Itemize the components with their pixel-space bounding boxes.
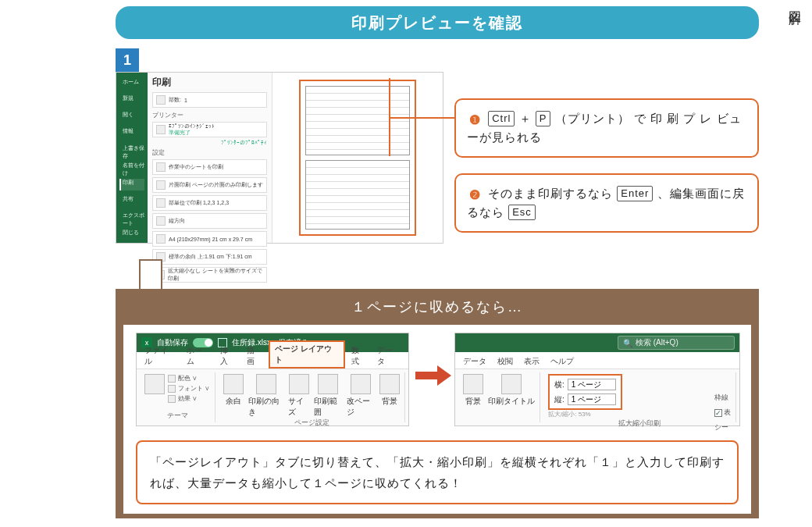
btn-background-r[interactable]: 背景 (463, 374, 483, 407)
kbd-p: P (536, 111, 551, 126)
height-label: 縦: (554, 394, 564, 405)
size-icon (289, 374, 309, 394)
panel-inner: x 自動保存 住所録.xlsx • 保存済み ∨ ファイル ホーム 挿入 描画 … (123, 325, 751, 514)
themes-icon[interactable] (144, 374, 165, 394)
ribbon-right-tools: 背景 印刷タイトル 横: 縦: (455, 369, 739, 426)
nav-share[interactable]: 共有 (119, 195, 144, 207)
effects-dropdown[interactable]: 効果 ∨ (168, 394, 210, 403)
nav-save[interactable]: 上書き保存 (119, 144, 144, 157)
copies-value[interactable]: 1 (184, 98, 187, 103)
autosave-toggle[interactable] (193, 338, 213, 347)
lbl-breaks: 改ページ (347, 396, 375, 418)
kbd-esc: Esc (508, 205, 536, 220)
breaks-icon (351, 374, 371, 394)
ribbon-right: 🔍 検索 (Alt+Q) データ 校閲 表示 ヘルプ 背景 印刷タイトル (454, 333, 740, 426)
excel-print-settings: 印刷 部数: 1 プリンター ｴﾌﾟｿﾝのｲﾝｸｼﾞｪｯﾄ 準備完了 ﾌﾟﾘﾝﾀ… (148, 73, 272, 243)
height-input[interactable] (568, 393, 616, 405)
setting-collated[interactable]: 部単位で印刷 1,2,3 1,2,3 (152, 195, 267, 211)
nav-open[interactable]: 開く (119, 111, 144, 123)
width-spinner[interactable]: 横: (554, 379, 616, 390)
printtitles-icon (501, 374, 522, 394)
checkbox-on-icon (714, 409, 722, 417)
setting-one-sided[interactable]: 片面印刷 ページの片面のみ印刷します (152, 177, 267, 193)
fonts-dropdown[interactable]: フォント ∨ (168, 384, 210, 393)
lbl-printtitles: 印刷タイトル (488, 396, 535, 407)
printer-properties-link[interactable]: ﾌﾟﾘﾝﾀｰのﾌﾟﾛﾊﾟﾃｨ (152, 140, 267, 145)
background-icon-r (463, 374, 483, 394)
width-input[interactable] (568, 379, 616, 390)
tab-view[interactable]: 表示 (519, 354, 544, 369)
setting-margins[interactable]: 標準の余白 上:1.91 cm 下:1.91 cm (152, 249, 267, 265)
view-label: 表 (724, 408, 731, 418)
lbl-size: サイズ (288, 396, 309, 418)
onesided-icon (156, 180, 166, 190)
tab-formulas[interactable]: 数式 (347, 344, 372, 369)
setting-orientation[interactable]: 縦方向 (152, 213, 267, 229)
chk-view[interactable]: 表 (714, 408, 731, 418)
effects-icon (168, 395, 176, 403)
search-icon: 🔍 (623, 339, 632, 347)
printer-status: 準備完了 (169, 129, 215, 137)
printer-section-label: プリンター (152, 111, 267, 119)
btn-margins[interactable]: 余白 (223, 374, 244, 418)
panel-notch (139, 259, 162, 290)
nav-saveas[interactable]: 名前を付け (119, 162, 144, 174)
setting-text-2: 部単位で印刷 1,2,3 1,2,3 (169, 199, 229, 207)
tab-data[interactable]: データ (372, 344, 405, 369)
ribbon-left-tools: 配色 ∨ フォント ∨ 効果 ∨ テーマ 余白 印刷の向き サイズ 印刷範囲 改… (137, 369, 408, 426)
fonts-icon (168, 385, 176, 393)
printer-device-icon (156, 125, 166, 134)
sheet-label-trunc: シー (714, 422, 728, 433)
printer-selector[interactable]: ｴﾌﾟｿﾝのｲﾝｸｼﾞｪｯﾄ 準備完了 (152, 122, 267, 137)
lbl-orientation: 印刷の向き (248, 396, 283, 418)
tab-data-r[interactable]: データ (458, 354, 491, 369)
tab-help[interactable]: ヘルプ (546, 354, 579, 369)
nav-home[interactable]: ホーム (119, 78, 144, 90)
margins-icon (223, 374, 244, 394)
tab-review[interactable]: 校閲 (493, 354, 518, 369)
nav-info[interactable]: 情報 (119, 127, 144, 139)
width-label: 横: (554, 379, 564, 390)
scale-to-fit-highlight: 横: 縦: (548, 374, 622, 410)
btn-size[interactable]: サイズ (288, 374, 309, 418)
print-preview-pane (272, 73, 443, 243)
btn-breaks[interactable]: 改ページ (347, 374, 375, 418)
btn-orientation[interactable]: 印刷の向き (248, 374, 283, 418)
print-heading: 印刷 (152, 76, 267, 89)
group-scale-to-fit: 横: 縦: 拡大/縮小: 53% 拡大縮小印刷 (543, 372, 736, 422)
nav-print[interactable]: 印刷 (119, 179, 144, 191)
fit-to-one-page-panel: １ページに収めるなら… x 自動保存 住所録.xlsx • 保存済み ∨ ファイ… (116, 269, 759, 518)
setting-text-5: 標準の余白 上:1.91 cm 下:1.91 cm (169, 253, 252, 261)
explanation-box: 「ページレイアウト」タブに切り替えて、「拡大・縮小印刷」を縦横それぞれ「１」と入… (136, 440, 739, 504)
tab-insert[interactable]: 挿入 (215, 344, 240, 369)
tab-draw[interactable]: 描画 (242, 344, 267, 369)
tab-file[interactable]: ファイル (140, 344, 180, 369)
group-sheet-options: 枠線 表 シー (714, 390, 736, 424)
btn-background[interactable]: 背景 (379, 374, 400, 418)
tab-page-layout[interactable]: ページ レイアウト (269, 340, 345, 369)
btn-print-titles[interactable]: 印刷タイトル (488, 374, 535, 407)
callout-number-2: ❷ (467, 187, 483, 203)
callout2-lead: そのまま印刷するなら (488, 187, 613, 200)
excel-backstage-nav: ホーム 新規 開く 情報 上書き保存 名前を付け 印刷 共有 エクスポート 閉じ… (116, 73, 148, 243)
ribbon-left: x 自動保存 住所録.xlsx • 保存済み ∨ ファイル ホーム 挿入 描画 … (136, 333, 409, 426)
printer-icon (156, 95, 166, 105)
ribbon-left-tabs: ファイル ホーム 挿入 描画 ページ レイアウト 数式 データ (137, 352, 408, 369)
print-button-row[interactable]: 部数: 1 (152, 92, 267, 108)
search-box[interactable]: 🔍 検索 (Alt+Q) (618, 336, 735, 350)
nav-close[interactable]: 閉じる (119, 229, 144, 240)
settings-section-label: 設定 (152, 148, 267, 157)
ribbon-right-tabs: データ 校閲 表示 ヘルプ (455, 352, 739, 369)
portrait-icon (156, 216, 166, 226)
theme-group-label: テーマ (167, 411, 188, 421)
colors-dropdown[interactable]: 配色 ∨ (168, 374, 210, 383)
setting-active-sheets[interactable]: 作業中のシートを印刷 (152, 159, 267, 175)
btn-print-area[interactable]: 印刷範囲 (314, 374, 342, 418)
setting-papersize[interactable]: A4 (210x297mm) 21 cm x 29.7 cm (152, 231, 267, 247)
nav-new[interactable]: 新規 (119, 94, 144, 106)
nav-export[interactable]: エクスポート (119, 212, 144, 224)
setting-text-3: 縦方向 (169, 217, 185, 225)
lbl-printarea: 印刷範囲 (314, 396, 342, 418)
a4-icon (156, 234, 166, 244)
height-spinner[interactable]: 縦: (554, 393, 616, 405)
